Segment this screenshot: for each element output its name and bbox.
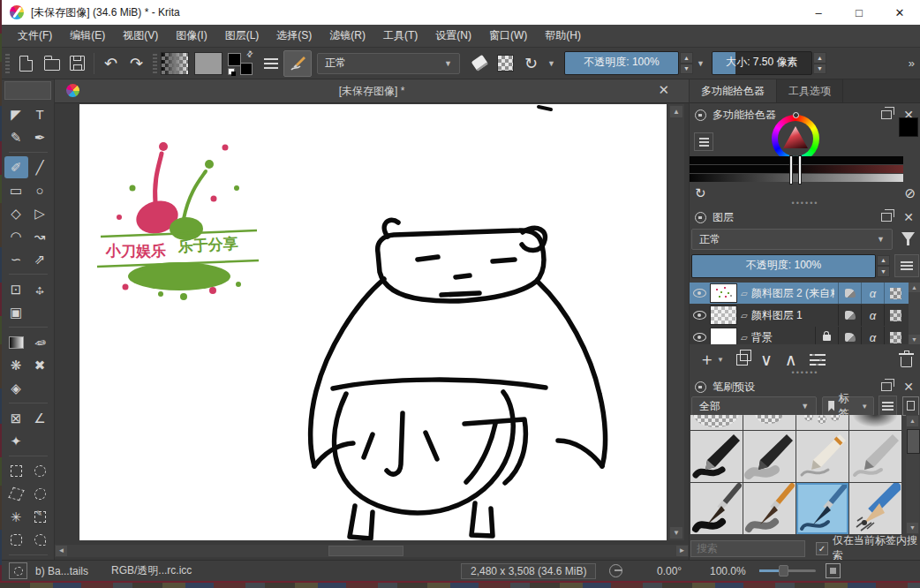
undo-button[interactable]: ↶ — [98, 50, 124, 77]
dock-tab-advanced-color-selector[interactable]: 多功能拾色器 — [690, 79, 777, 102]
scroll-right-icon[interactable]: ► — [676, 546, 688, 556]
layer-lock-icon[interactable] — [815, 327, 838, 344]
scroll-down-icon[interactable]: ▼ — [670, 527, 682, 539]
contiguous-selection-tool[interactable] — [28, 506, 52, 528]
search-in-tag-checkbox[interactable]: ✓ — [816, 542, 828, 555]
scroll-up-icon[interactable]: ▲ — [909, 283, 920, 292]
measure-tool[interactable]: ∠ — [28, 407, 52, 429]
brush-preset-pencil-blue[interactable] — [849, 483, 901, 534]
preset-menu-button[interactable] — [879, 396, 897, 417]
bar-handle[interactable] — [790, 156, 792, 184]
docker-lock-icon[interactable] — [695, 381, 706, 393]
alpha-lock-icon[interactable]: α — [861, 283, 884, 304]
calligraphy-tool[interactable]: ✒ — [28, 126, 52, 148]
alpha-lock-icon[interactable]: α — [861, 327, 884, 344]
rectangle-tool[interactable]: ▭ — [4, 179, 28, 201]
layer-row[interactable]: ▱颜料图层 2 (来自粘贴)α — [690, 283, 920, 304]
layer-row[interactable]: ▱背景α — [690, 327, 920, 344]
fit-to-view-button[interactable] — [826, 561, 841, 581]
brush-size-spinner[interactable]: ▲▼ — [813, 52, 826, 74]
menu-edit[interactable]: 编辑(E) — [61, 26, 114, 46]
layer-blend-mode-combo[interactable]: 正常 ▼ — [691, 229, 893, 250]
zoom-slider[interactable] — [759, 561, 816, 581]
reference-images-tool[interactable]: ✦ — [4, 430, 28, 452]
menu-select[interactable]: 选择(S) — [268, 26, 320, 46]
hue-handle[interactable] — [793, 112, 799, 118]
brush-preset-eraser-medium[interactable] — [743, 415, 796, 430]
foreground-background-colors[interactable]: ⇄ — [228, 52, 253, 75]
menu-image[interactable]: 图像(I) — [167, 26, 215, 46]
menu-view[interactable]: 视图(V) — [114, 26, 167, 46]
elliptical-selection-tool[interactable] — [28, 460, 52, 482]
color-sampler-tool[interactable]: ✎ — [28, 331, 52, 353]
saturation-bar[interactable] — [690, 165, 903, 173]
scroll-up-icon[interactable]: ▲ — [907, 416, 918, 426]
spin-up-icon[interactable]: ▲ — [877, 255, 890, 267]
close-docker-icon[interactable]: ✕ — [903, 211, 914, 223]
menu-help[interactable]: 帮助(H) — [536, 26, 590, 46]
lightness-bar[interactable] — [690, 174, 903, 182]
polygonal-selection-tool[interactable] — [4, 483, 28, 505]
delete-layer-button[interactable] — [901, 352, 912, 367]
menu-file[interactable]: 文件(F) — [9, 26, 61, 46]
brush-size-slider[interactable]: 大小: 7.50 像素 — [712, 51, 812, 75]
reload-preset-button[interactable]: ↻ — [518, 50, 544, 77]
dock-tab-tool-options[interactable]: 工具选项 — [777, 79, 843, 102]
color-profile-label[interactable]: RGB/透明...rc.icc — [111, 561, 192, 581]
inherit-alpha-icon[interactable] — [838, 305, 861, 326]
move-layer-down-button[interactable]: ∨ — [760, 350, 773, 370]
open-document-button[interactable] — [39, 50, 64, 77]
layer-name[interactable]: 背景 — [751, 330, 811, 345]
edit-shapes-tool[interactable]: ✎ — [4, 126, 28, 148]
layer-visibility-icon[interactable] — [693, 311, 706, 320]
reset-colors-icon[interactable] — [228, 68, 235, 75]
multibrush-tool[interactable]: ⇗ — [28, 248, 52, 270]
toolbar-grip[interactable] — [153, 54, 157, 73]
docker-lock-icon[interactable] — [695, 109, 706, 121]
layer-thumbnail[interactable] — [710, 328, 737, 344]
zoom-value[interactable]: 100.0% — [710, 561, 746, 581]
float-docker-icon[interactable] — [881, 110, 892, 119]
tag-button[interactable]: 标签 ▼ — [822, 396, 874, 416]
bezier-curve-tool[interactable]: ◠ — [4, 225, 28, 247]
redo-button[interactable]: ↷ — [124, 50, 149, 77]
preset-scroll-thumb[interactable] — [907, 429, 920, 454]
polyline-tool[interactable]: ▷ — [28, 202, 52, 224]
spin-down-icon[interactable]: ▼ — [813, 64, 826, 75]
freehand-path-tool[interactable]: ↝ — [28, 225, 52, 247]
alpha-channel-icon[interactable] — [884, 327, 907, 344]
brush-preset-eraser-dots[interactable] — [796, 415, 848, 430]
document-close-icon[interactable]: ✕ — [658, 82, 669, 98]
layer-opacity-spinner[interactable]: ▲▼ — [877, 255, 890, 277]
rotation-value[interactable]: 0.00° — [657, 561, 682, 581]
toolbox-header[interactable] — [4, 81, 51, 100]
menu-settings[interactable]: 设置(N) — [426, 26, 480, 46]
docker-lock-icon[interactable] — [695, 212, 706, 223]
menu-filter[interactable]: 滤镜(R) — [320, 26, 374, 46]
chevron-down-icon[interactable]: ▼ — [547, 59, 555, 68]
layer-visibility-icon[interactable] — [693, 333, 706, 342]
layer-filter-button[interactable] — [898, 230, 919, 248]
brush-preset-marker-black[interactable] — [743, 431, 796, 482]
zoom-slider-knob[interactable] — [779, 565, 788, 577]
scroll-up-icon[interactable]: ▲ — [670, 106, 682, 117]
layer-options-button[interactable] — [894, 254, 919, 277]
layer-thumbnail[interactable] — [710, 283, 737, 303]
brush-preset-paintbrush-orange[interactable] — [743, 483, 796, 534]
gradient-chooser-swatch[interactable] — [161, 52, 189, 75]
color-wheel[interactable] — [772, 115, 819, 162]
brush-preset-ink-brush-blue[interactable] — [796, 483, 848, 534]
scroll-left-icon[interactable]: ◄ — [56, 546, 67, 556]
color-history-bars[interactable] — [690, 156, 903, 184]
rectangular-selection-tool[interactable] — [4, 460, 28, 482]
polygon-tool[interactable]: ◇ — [4, 202, 28, 224]
assistants-tool[interactable]: ⊠ — [4, 407, 28, 429]
spin-down-icon[interactable]: ▼ — [680, 64, 693, 75]
value-bar[interactable] — [690, 156, 903, 164]
freehand-brush-tool[interactable]: ✐ — [4, 156, 28, 178]
bezier-selection-tool[interactable] — [4, 529, 28, 551]
add-layer-button[interactable]: ＋▼ — [698, 348, 724, 371]
alpha-channel-icon[interactable] — [884, 305, 907, 326]
duplicate-layer-button[interactable] — [736, 354, 748, 366]
move-layer-up-button[interactable]: ∧ — [785, 350, 797, 370]
